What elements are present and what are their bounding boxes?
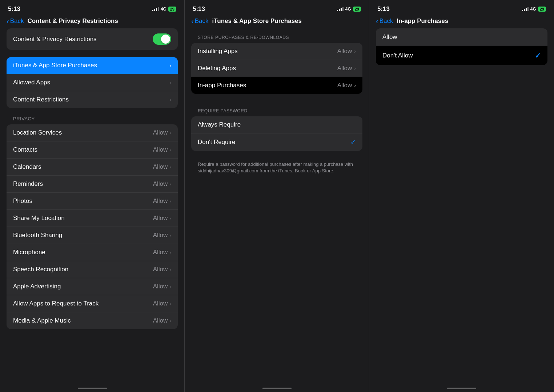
- list-item-deleting-label: Deleting Apps: [198, 65, 236, 72]
- section-content-3: Allow Don't Allow ✓: [369, 28, 554, 385]
- signal-icon-3: [522, 7, 529, 11]
- privacy-label-speech: Speech Recognition: [13, 266, 68, 273]
- battery-2: 29: [353, 7, 361, 12]
- privacy-item-tracking[interactable]: Allow Apps to Request to Track Allow ›: [7, 295, 178, 312]
- privacy-value-tracking: Allow ›: [153, 300, 171, 307]
- list-item-content-restrictions[interactable]: Content Restrictions ›: [7, 91, 178, 108]
- chevron-icon-share-location: ›: [169, 215, 171, 221]
- nav-bar-3: ‹ Back In-app Purchases: [369, 16, 554, 28]
- status-icons-2: 4G 29: [337, 7, 361, 12]
- store-section-label: STORE PURCHASES & RE-DOWNLOADS: [185, 28, 369, 43]
- chevron-icon-content-restrictions: ›: [169, 97, 171, 103]
- checkmark-dont-allow: ✓: [535, 51, 541, 60]
- list-item-inapp-right: Allow ›: [337, 82, 356, 89]
- privacy-item-reminders[interactable]: Reminders Allow ›: [7, 176, 178, 193]
- option-dont-allow[interactable]: Don't Allow ✓: [376, 46, 547, 65]
- back-button-3[interactable]: ‹ Back: [376, 17, 393, 25]
- chevron-icon-itunes: ›: [169, 63, 171, 68]
- chevron-icon-media: ›: [169, 318, 171, 324]
- list-item-dont-require[interactable]: Don't Require ✓: [191, 133, 362, 151]
- chevron-icon-advertising: ›: [169, 284, 171, 289]
- toggle-knob: [161, 35, 170, 44]
- privacy-item-contacts[interactable]: Contacts Allow ›: [7, 141, 178, 159]
- privacy-label-contacts: Contacts: [13, 146, 37, 153]
- privacy-value-advertising: Allow ›: [153, 283, 171, 290]
- privacy-item-photos[interactable]: Photos Allow ›: [7, 193, 178, 210]
- list-item-installing[interactable]: Installing Apps Allow ›: [191, 43, 362, 60]
- privacy-label-location: Location Services: [13, 129, 62, 136]
- privacy-label-reminders: Reminders: [13, 180, 43, 188]
- privacy-item-speech[interactable]: Speech Recognition Allow ›: [7, 261, 178, 278]
- list-item-installing-right: Allow ›: [337, 48, 356, 55]
- lte-badge-2: 4G: [345, 7, 351, 12]
- nav-title-1: Content & Privacy Restrictions: [27, 17, 118, 25]
- status-bar-1: 5:13 4G 29: [0, 0, 184, 16]
- chevron-icon-reminders: ›: [169, 181, 171, 187]
- option-allow[interactable]: Allow: [376, 28, 547, 46]
- list-item-allowed-apps-right: ›: [169, 80, 171, 85]
- chevron-icon-inapp: ›: [354, 83, 356, 88]
- nav-title-2: iTunes & App Store Purchases: [212, 17, 302, 25]
- back-label-2: Back: [195, 17, 209, 25]
- back-chevron-icon-3: ‹: [376, 17, 378, 25]
- toggle-switch[interactable]: [153, 33, 171, 45]
- privacy-item-advertising[interactable]: Apple Advertising Allow ›: [7, 278, 178, 295]
- list-item-itunes[interactable]: iTunes & App Store Purchases ›: [7, 57, 178, 74]
- main-list-group: iTunes & App Store Purchases › Allowed A…: [7, 57, 178, 108]
- back-chevron-icon-1: ‹: [7, 17, 9, 25]
- privacy-value-reminders: Allow ›: [153, 180, 171, 188]
- privacy-group: Location Services Allow › Contacts Allow…: [7, 124, 178, 329]
- back-button-1[interactable]: ‹ Back: [7, 17, 24, 25]
- privacy-value-microphone: Allow ›: [153, 249, 171, 256]
- chevron-icon-contacts: ›: [169, 147, 171, 153]
- privacy-item-microphone[interactable]: Microphone Allow ›: [7, 244, 178, 261]
- list-item-installing-label: Installing Apps: [198, 48, 238, 55]
- chevron-icon-tracking: ›: [169, 301, 171, 307]
- scroll-indicator-3: [447, 388, 476, 389]
- privacy-item-share-location[interactable]: Share My Location Allow ›: [7, 210, 178, 227]
- inapp-options-group: Allow Don't Allow ✓: [376, 28, 547, 65]
- list-item-allowed-apps-label: Allowed Apps: [13, 79, 50, 86]
- privacy-value-share-location: Allow ›: [153, 215, 171, 222]
- time-2: 5:13: [193, 5, 205, 13]
- privacy-item-bluetooth[interactable]: Bluetooth Sharing Allow ›: [7, 227, 178, 244]
- privacy-label-bluetooth: Bluetooth Sharing: [13, 232, 62, 239]
- chevron-icon-location: ›: [169, 130, 171, 136]
- chevron-icon-microphone: ›: [169, 249, 171, 255]
- privacy-item-location[interactable]: Location Services Allow ›: [7, 124, 178, 141]
- privacy-label-photos: Photos: [13, 197, 32, 205]
- battery-1: 29: [168, 7, 176, 12]
- list-item-always-require[interactable]: Always Require: [191, 116, 362, 133]
- toggle-row[interactable]: Content & Privacy Restrictions: [7, 28, 178, 50]
- privacy-label-advertising: Apple Advertising: [13, 283, 61, 290]
- list-item-deleting[interactable]: Deleting Apps Allow ›: [191, 60, 362, 77]
- status-icons-1: 4G 29: [152, 7, 176, 12]
- privacy-value-speech: Allow ›: [153, 266, 171, 273]
- back-button-2[interactable]: ‹ Back: [191, 17, 208, 25]
- privacy-label-calendars: Calendars: [13, 163, 41, 171]
- list-item-allowed-apps[interactable]: Allowed Apps ›: [7, 74, 178, 91]
- chevron-icon-installing: ›: [354, 48, 356, 54]
- signal-icon-1: [152, 7, 159, 11]
- list-item-content-restrictions-right: ›: [169, 97, 171, 103]
- scroll-indicator-1: [78, 388, 107, 389]
- privacy-item-media[interactable]: Media & Apple Music Allow ›: [7, 312, 178, 329]
- chevron-icon-deleting: ›: [354, 65, 356, 71]
- privacy-label-microphone: Microphone: [13, 249, 45, 256]
- password-note: Require a password for additional purcha…: [185, 159, 369, 174]
- privacy-value-photos: Allow ›: [153, 197, 171, 205]
- privacy-item-calendars[interactable]: Calendars Allow ›: [7, 159, 178, 176]
- list-item-inapp[interactable]: In-app Purchases Allow ›: [191, 77, 362, 94]
- signal-icon-2: [337, 7, 344, 11]
- panel-itunes: 5:13 4G 29 ‹ Back iTunes & App Store Pur…: [185, 0, 369, 392]
- back-chevron-icon-2: ‹: [191, 17, 194, 25]
- chevron-icon-speech: ›: [169, 267, 171, 272]
- section-content-1: Content & Privacy Restrictions iTunes & …: [0, 28, 184, 385]
- list-item-itunes-right: ›: [169, 63, 171, 68]
- privacy-label-media: Media & Apple Music: [13, 317, 71, 324]
- privacy-value-bluetooth: Allow ›: [153, 232, 171, 239]
- lte-badge-3: 4G: [530, 7, 536, 12]
- store-list-group: Installing Apps Allow › Deleting Apps Al…: [191, 43, 362, 94]
- time-1: 5:13: [8, 5, 20, 13]
- option-dont-allow-label: Don't Allow: [382, 52, 413, 59]
